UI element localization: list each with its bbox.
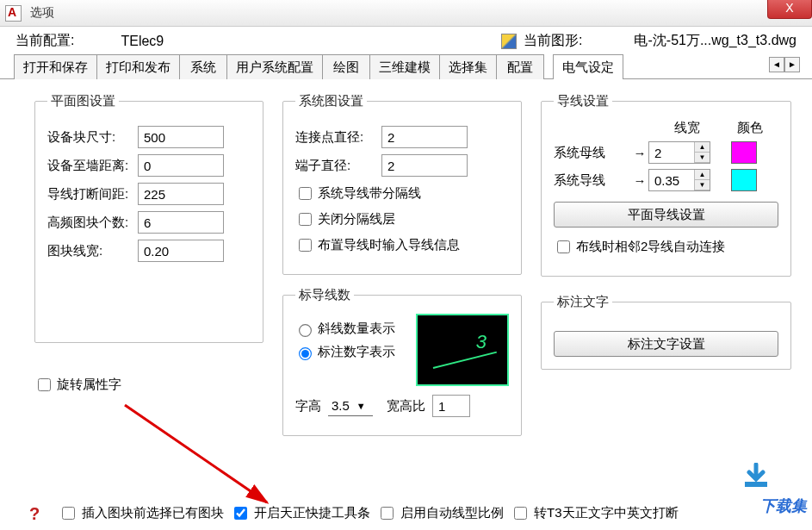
lead-radio-slash[interactable] — [299, 324, 312, 337]
lead-preview: 3 — [416, 314, 509, 386]
tab-7[interactable]: 配置 — [496, 54, 544, 79]
lead-radio-slash-label: 斜线数量表示 — [318, 321, 395, 337]
wire-col-width: 线宽 — [650, 120, 724, 136]
plan-group: 平面图设置 设备块尺寸: 设备至墙距离: 导线打断间距: 高频图块个数: 图块线… — [34, 93, 263, 343]
sys-chk1[interactable] — [299, 187, 312, 200]
plan-legend: 平面图设置 — [47, 93, 119, 109]
tab-5[interactable]: 三维建模 — [369, 54, 440, 79]
wire-legend: 导线设置 — [554, 93, 612, 109]
hf-blocks-label: 高频图块个数: — [47, 215, 138, 231]
help-icon[interactable]: ? — [29, 504, 46, 521]
bottom-chk3[interactable] — [381, 507, 394, 520]
current-config-label: 当前配置: — [15, 32, 74, 50]
wire-group: 导线设置 线宽颜色 系统母线 → ▲▼ 系统导线 → ▲▼ 平面导线设置 布线时… — [541, 93, 791, 277]
zh-label: 字高 — [295, 398, 321, 415]
system-group: 系统图设置 连接点直径: 端子直径: 系统导线带分隔线 关闭分隔线层 布置导线时… — [282, 93, 522, 275]
sys-chk3-label: 布置导线时输入导线信息 — [318, 237, 460, 253]
plan-wire-settings-button[interactable]: 平面导线设置 — [554, 202, 778, 228]
wall-dist-input[interactable] — [138, 154, 224, 177]
tab-bar: 打开和保存打印和发布系统用户系统配置绘图三维建模选择集配置电气设定 ◄ ► — [0, 53, 812, 79]
sys-chk2-label: 关闭分隔线层 — [318, 211, 395, 228]
arrow-icon: → — [631, 173, 648, 188]
tab-8[interactable]: 电气设定 — [553, 54, 623, 79]
break-gap-label: 导线打断间距: — [47, 186, 138, 203]
line-color-swatch[interactable] — [731, 169, 757, 191]
zh-select[interactable]: 3.5▼ — [328, 396, 373, 416]
window-title: 选项 — [30, 5, 54, 21]
wire-col-color: 颜色 — [724, 120, 776, 136]
lead-radio-number[interactable] — [299, 347, 312, 360]
sys-chk1-label: 系统导线带分隔线 — [318, 185, 421, 202]
current-drawing-value: 电-沈-51万...wg_t3_t3.dwg — [634, 32, 797, 50]
tab-scroll-right[interactable]: ► — [784, 57, 800, 72]
tab-1[interactable]: 打印和发布 — [96, 54, 180, 79]
auto-join-label: 布线时相邻2导线自动连接 — [576, 239, 725, 255]
tab-4[interactable]: 绘图 — [322, 54, 370, 79]
app-icon — [5, 5, 22, 22]
hf-blocks-input[interactable] — [138, 211, 224, 234]
dim-group: 标注文字 标注文字设置 — [541, 294, 791, 370]
block-size-label: 设备块尺寸: — [47, 129, 138, 146]
dim-text-settings-button[interactable]: 标注文字设置 — [554, 331, 778, 357]
conn-dia-label: 连接点直径: — [295, 129, 381, 146]
watermark-icon — [741, 463, 771, 489]
tab-0[interactable]: 打开和保存 — [14, 54, 97, 79]
bottom-chk4-label: 转T3天正文字中英文打断 — [534, 505, 679, 521]
lead-group: 标导线数 斜线数量表示 标注数字表示 3 字高 3.5▼ 宽高比 — [282, 287, 522, 436]
bus-width-spinner[interactable]: ▲▼ — [648, 141, 710, 164]
bottom-chk3-label: 启用自动线型比例 — [400, 505, 504, 521]
block-size-input[interactable] — [138, 126, 224, 148]
auto-join-checkbox[interactable] — [557, 240, 570, 253]
block-lw-input[interactable] — [138, 240, 224, 262]
arrow-icon: → — [631, 146, 648, 160]
bottom-chk4[interactable] — [514, 507, 527, 520]
bottom-chk1[interactable] — [62, 507, 75, 520]
current-config-value: TElec9 — [121, 34, 164, 49]
sys-chk3[interactable] — [299, 239, 312, 252]
rotate-attr-label: 旋转属性字 — [57, 377, 121, 393]
lead-preview-number: 3 — [476, 331, 487, 353]
system-legend: 系统图设置 — [295, 93, 367, 109]
wire-row1-label: 系统母线 — [554, 145, 631, 161]
bus-color-swatch[interactable] — [731, 141, 757, 164]
bottom-chk2-label: 开启天正快捷工具条 — [254, 505, 370, 521]
sys-chk2[interactable] — [299, 213, 312, 226]
current-drawing-label: 当前图形: — [524, 32, 582, 50]
term-dia-input[interactable] — [381, 154, 468, 177]
kgb-input[interactable] — [432, 395, 470, 417]
kgb-label: 宽高比 — [387, 398, 425, 415]
dim-legend: 标注文字 — [554, 294, 612, 310]
close-button[interactable]: X — [767, 0, 812, 19]
break-gap-input[interactable] — [138, 183, 224, 205]
rotate-attr-checkbox[interactable] — [38, 378, 51, 391]
tab-3[interactable]: 用户系统配置 — [226, 54, 323, 79]
wire-row2-label: 系统导线 — [554, 172, 631, 189]
bottom-options: ? 插入图块前选择已有图块 开启天正快捷工具条 启用自动线型比例 转T3天正文字… — [29, 504, 800, 521]
tab-6[interactable]: 选择集 — [439, 54, 497, 79]
lead-radio-number-label: 标注数字表示 — [318, 344, 395, 360]
svg-rect-1 — [745, 482, 767, 487]
wall-dist-label: 设备至墙距离: — [47, 158, 138, 174]
tab-scroll-left[interactable]: ◄ — [769, 57, 784, 72]
line-width-spinner[interactable]: ▲▼ — [648, 169, 710, 191]
bottom-chk1-label: 插入图块前选择已有图块 — [82, 505, 224, 521]
block-lw-label: 图块线宽: — [47, 243, 138, 259]
drawing-icon — [501, 34, 517, 49]
bottom-chk2[interactable] — [234, 507, 247, 520]
conn-dia-input[interactable] — [381, 126, 468, 148]
term-dia-label: 端子直径: — [295, 158, 381, 174]
tab-2[interactable]: 系统 — [179, 54, 227, 79]
lead-legend: 标导线数 — [295, 287, 354, 303]
